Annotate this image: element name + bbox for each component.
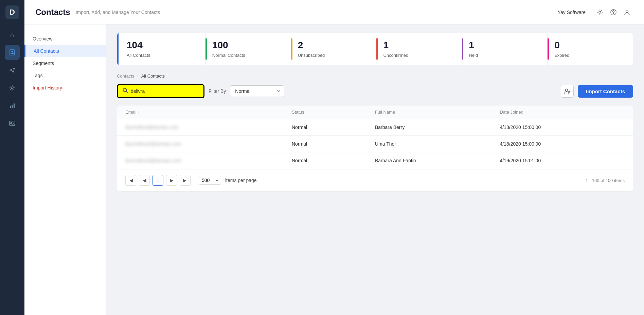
nav-item-tags[interactable]: Tags <box>24 69 106 82</box>
cell-date-1: 4/18/2020 15:00:00 <box>500 125 625 130</box>
table-header: Email ↑ Status Full Name Date Joined <box>117 105 633 119</box>
import-contacts-button[interactable]: Import Contacts <box>578 85 633 98</box>
column-header-fullname: Full Name <box>375 110 500 115</box>
org-name: Yay Software <box>558 10 586 15</box>
nav-item-segments[interactable]: Segments <box>24 57 106 69</box>
pagination-range: 1 - 100 of 100 items <box>586 178 625 183</box>
sidebar-item-gallery[interactable] <box>5 116 20 131</box>
content-wrapper: Overview All Contacts Segments Tags Impo… <box>24 24 644 315</box>
cell-status-2: Normal <box>292 141 375 147</box>
items-per-page-label: items per page <box>225 178 257 183</box>
svg-point-11 <box>626 10 628 12</box>
sidebar: D ⌂ <box>0 0 24 315</box>
per-page-select[interactable]: 100 500 250 1000 <box>199 176 221 185</box>
sidebar-item-reports[interactable] <box>5 98 20 113</box>
nav-item-import-history[interactable]: Import History <box>24 82 106 94</box>
filter-by-label: Filter By <box>209 88 226 94</box>
breadcrumb-separator: › <box>137 73 138 79</box>
stat-all-contacts[interactable]: 104 All Contacts <box>117 33 205 65</box>
stat-expired-number: 0 <box>554 40 625 51</box>
page-number-button[interactable]: 1 <box>153 175 163 186</box>
profile-icon[interactable] <box>621 6 633 18</box>
sidebar-item-home[interactable]: ⌂ <box>5 27 20 42</box>
cell-email-2: blurredtext2@domain.com <box>125 141 292 147</box>
page-first-button[interactable]: |◀ <box>125 175 136 186</box>
table-row[interactable]: blurredtext3@domain.com Normal Barbara A… <box>117 152 633 169</box>
page-prev-button[interactable]: ◀ <box>139 175 150 186</box>
stat-held-number: 1 <box>469 40 539 51</box>
stat-unconfirmed[interactable]: 1 Unconfirmed <box>376 33 462 65</box>
page-last-button[interactable]: ▶| <box>180 175 191 186</box>
breadcrumb-current: All Contacts <box>141 73 165 79</box>
cell-fullname-2: Uma Thor <box>375 141 500 147</box>
page-title: Contacts <box>35 7 70 17</box>
search-input[interactable] <box>131 88 199 94</box>
cell-date-2: 4/18/2020 15:00:00 <box>500 141 625 147</box>
stat-all-contacts-label: All Contacts <box>127 53 150 58</box>
nav-item-all-contacts[interactable]: All Contacts <box>24 45 106 57</box>
left-nav: Overview All Contacts Segments Tags Impo… <box>24 24 106 315</box>
svg-rect-4 <box>12 105 13 108</box>
table-row[interactable]: blurredtext2@domain.com Normal Uma Thor … <box>117 136 633 152</box>
contacts-table: Email ↑ Status Full Name Date Joined blu… <box>117 105 633 192</box>
stat-normal-contacts[interactable]: 100 Normal Contacts <box>205 33 291 65</box>
cell-email-3: blurredtext3@domain.com <box>125 158 292 163</box>
stat-held[interactable]: 1 Held <box>462 33 547 65</box>
help-icon[interactable] <box>607 6 620 18</box>
cell-status-3: Normal <box>292 158 375 163</box>
cell-date-3: 4/19/2020 15:01:00 <box>500 158 625 163</box>
main-wrapper: Contacts Import, Add, and Manage Your Co… <box>24 0 644 315</box>
svg-point-10 <box>613 13 614 14</box>
sort-icon-email: ↑ <box>138 110 140 114</box>
column-header-status: Status <box>292 110 375 115</box>
cell-fullname-3: Barbara Ann Fantin <box>375 158 500 163</box>
svg-point-8 <box>599 11 601 13</box>
search-icon <box>123 88 128 95</box>
cell-status-1: Normal <box>292 125 375 130</box>
breadcrumb-parent[interactable]: Contacts <box>117 73 134 79</box>
stat-unsubscribed-label: Unsubscribed <box>298 53 325 58</box>
stat-unconfirmed-number: 1 <box>383 40 453 51</box>
add-contact-button[interactable] <box>561 85 574 98</box>
stat-unsubscribed[interactable]: 2 Unsubscribed <box>291 33 376 65</box>
svg-point-1 <box>12 51 13 53</box>
top-header: Contacts Import, Add, and Manage Your Co… <box>24 0 644 24</box>
sidebar-item-contacts[interactable] <box>5 45 20 60</box>
table-row[interactable]: blurredtext@domain.com Normal Barbara Be… <box>117 119 633 136</box>
svg-point-2 <box>11 87 13 89</box>
stats-row: 104 All Contacts 100 Normal Contacts 2 U… <box>117 33 633 65</box>
stat-expired[interactable]: 0 Expired <box>547 33 633 65</box>
settings-icon[interactable] <box>594 6 606 18</box>
sidebar-item-campaigns[interactable] <box>5 63 20 78</box>
svg-rect-5 <box>14 103 15 108</box>
breadcrumb: Contacts › All Contacts <box>117 73 633 79</box>
page-subtitle: Import, Add, and Manage Your Contacts <box>76 10 160 15</box>
sidebar-item-automation[interactable] <box>5 80 20 95</box>
stat-normal-label: Normal Contacts <box>212 53 245 58</box>
stat-unsubscribed-number: 2 <box>298 40 368 51</box>
stat-all-contacts-number: 104 <box>127 40 197 51</box>
svg-rect-3 <box>10 106 11 108</box>
cell-email-1: blurredtext@domain.com <box>125 125 292 130</box>
nav-item-overview[interactable]: Overview <box>24 33 106 45</box>
app-logo: D <box>5 5 19 19</box>
column-header-date-joined: Date Joined <box>500 110 625 115</box>
stat-held-label: Held <box>469 53 478 58</box>
filter-select[interactable]: Normal All Unsubscribed Unconfirmed Held… <box>230 85 284 97</box>
stat-unconfirmed-label: Unconfirmed <box>383 53 408 58</box>
pagination: |◀ ◀ 1 ▶ ▶| 100 500 250 1000 items per p… <box>117 169 633 191</box>
cell-fullname-1: Barbara Berry <box>375 125 500 130</box>
toolbar: Filter By Normal All Unsubscribed Unconf… <box>117 84 633 98</box>
page-content: 104 All Contacts 100 Normal Contacts 2 U… <box>106 24 644 315</box>
column-header-email[interactable]: Email ↑ <box>125 110 292 115</box>
svg-point-13 <box>565 89 568 92</box>
stat-normal-number: 100 <box>212 40 283 51</box>
stat-expired-label: Expired <box>554 53 569 58</box>
page-next-button[interactable]: ▶ <box>166 175 177 186</box>
